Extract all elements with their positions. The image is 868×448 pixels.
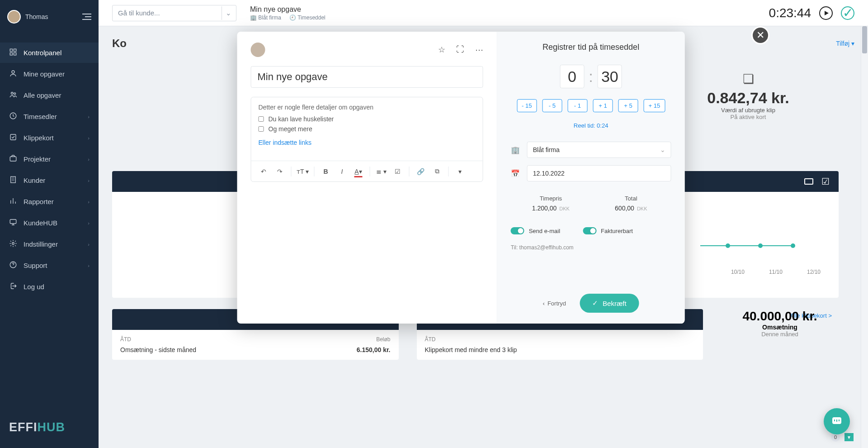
svg-rect-11 — [10, 219, 16, 224]
sidebar-item-kontrolpanel[interactable]: Kontrolpanel — [0, 43, 99, 63]
topbar: Gå til kunde... ⌄ Min nye opgave 🏢 Blåt … — [99, 0, 868, 26]
redo-icon[interactable]: ↷ — [273, 165, 287, 178]
tilfoej-menu[interactable]: Tilføj ▾ — [836, 40, 854, 47]
italic-icon[interactable]: I — [335, 165, 349, 178]
x-tick: 12/10 — [807, 269, 821, 275]
sidebar: Thomas KontrolpanelMine opgaverAlle opga… — [0, 0, 99, 448]
klippekort-row[interactable]: Klippekort med mindre end 3 klip — [425, 346, 695, 353]
scrollbar[interactable] — [861, 26, 868, 448]
text-size-icon[interactable]: ᴛT ▾ — [296, 165, 310, 178]
sidebar-item-projekter[interactable]: Projekter› — [0, 149, 99, 169]
font-color-icon[interactable]: A ▾ — [352, 165, 365, 178]
running-task-header[interactable]: Min nye opgave 🏢 Blåt firma 🕘 Timeseddel — [250, 5, 326, 21]
checklist-item[interactable]: Og meget mere — [259, 125, 476, 133]
sidebar-user[interactable]: Thomas — [7, 10, 48, 24]
cash-small-icon[interactable] — [804, 178, 813, 185]
sidebar-item-label: Rapporter — [24, 198, 54, 205]
checklist-icon[interactable]: ☑ — [391, 165, 405, 178]
cancel-button[interactable]: ‹Fortryd — [543, 300, 566, 307]
sidebar-item-label: Log ud — [24, 283, 44, 291]
company-select[interactable]: Blåt firma ⌄ — [527, 142, 671, 158]
more-toolbar-icon[interactable]: ▾ — [453, 165, 467, 178]
adjust-button[interactable]: - 5 — [542, 99, 562, 112]
main-column: Gå til kunde... ⌄ Min nye opgave 🏢 Blåt … — [99, 0, 868, 448]
task-title-input[interactable] — [251, 66, 483, 88]
check-toggle-icon[interactable]: ☑ — [821, 176, 830, 187]
sidebar-item-label: Indstillinger — [24, 240, 58, 248]
support-chat-button[interactable] — [824, 408, 850, 434]
cash-icon: ❏ — [658, 71, 839, 86]
sidebar-item-label: Mine opgaver — [24, 70, 65, 78]
expand-icon[interactable]: ⛶ — [456, 45, 464, 55]
customer-search-input[interactable]: Gå til kunde... ⌄ — [112, 5, 236, 21]
sidebar-item-label: Kunder — [24, 176, 45, 184]
sidebar-item-support[interactable]: Support› — [0, 255, 99, 276]
undo-icon[interactable]: ↶ — [257, 165, 270, 178]
adjust-button[interactable]: + 1 — [593, 99, 613, 112]
kpi-block: ❏ 0.842,74 kr. Værdi af ubrugte klip På … — [658, 71, 839, 120]
adjust-button[interactable]: - 15 — [517, 99, 537, 112]
sidebar-item-timesedler[interactable]: Timesedler› — [0, 106, 99, 127]
kpi-label-2: På aktive kort — [658, 114, 839, 120]
confirm-button[interactable]: ✓Bekræft — [580, 294, 639, 313]
sidebar-item-alle-opgaver[interactable]: Alle opgaver — [0, 85, 99, 105]
kpi-label-1: Værdi af ubrugte klip — [658, 107, 839, 114]
svg-point-4 — [12, 71, 14, 73]
list-icon[interactable]: ≣ ▾ — [375, 165, 388, 178]
link-icon[interactable]: 🔗 — [414, 165, 428, 178]
brand-logo-b: HUB — [38, 420, 66, 434]
minutes-input[interactable]: 30 — [598, 65, 622, 88]
svg-rect-2 — [10, 53, 12, 55]
complete-button[interactable]: ✓ — [841, 6, 854, 20]
date-input[interactable]: 12.10.2022 — [527, 165, 671, 181]
users-icon — [9, 91, 17, 100]
billable-label: Fakturerbart — [601, 228, 633, 234]
checklist-item[interactable]: Du kan lave huskelister — [259, 115, 476, 123]
modal-right-pane: Registrer tid på timeseddel 0 : 30 - 15-… — [497, 32, 685, 324]
chevron-right-icon: › — [88, 199, 90, 205]
user-icon — [9, 69, 17, 79]
checkbox-icon[interactable] — [259, 116, 264, 122]
sidebar-item-rapporter[interactable]: Rapporter› — [0, 191, 99, 212]
svg-point-6 — [14, 93, 16, 95]
inserted-link[interactable]: Eller indsætte links — [259, 139, 476, 146]
adjust-button[interactable]: + 5 — [618, 99, 638, 112]
price-header-total: Total — [591, 195, 671, 202]
bold-icon[interactable]: B — [319, 165, 333, 178]
app-root: Thomas KontrolpanelMine opgaverAlle opga… — [0, 0, 868, 448]
adjust-button[interactable]: + 15 — [643, 99, 665, 112]
scrollbar-thumb[interactable] — [862, 26, 867, 53]
sidebar-item-mine-opgaver[interactable]: Mine opgaver — [0, 64, 99, 84]
help-icon — [9, 261, 17, 270]
pager-dropdown[interactable]: ▼ — [844, 433, 854, 441]
sidebar-items: KontrolpanelMine opgaverAlle opgaverTime… — [0, 43, 99, 297]
unlink-icon[interactable]: ⧉ — [430, 165, 444, 178]
search-dropdown-icon[interactable]: ⌄ — [222, 6, 235, 20]
more-icon[interactable]: ⋯ — [475, 45, 483, 55]
page-title: Ko — [112, 37, 127, 50]
adjust-button[interactable]: - 1 — [567, 99, 587, 112]
revenue-row[interactable]: Omsætning - sidste måned 6.150,00 kr. — [120, 346, 391, 353]
modal-close-button[interactable]: ✕ — [751, 26, 769, 44]
editor-body[interactable]: Detter er nogle flere detaljer om opgave… — [251, 97, 483, 161]
sidebar-item-kunder[interactable]: Kunder› — [0, 170, 99, 191]
hours-input[interactable]: 0 — [560, 65, 584, 88]
sidebar-item-indstillinger[interactable]: Indstillinger› — [0, 234, 99, 254]
checkbox-icon[interactable] — [259, 126, 264, 132]
svg-rect-9 — [10, 157, 16, 161]
sidebar-item-kundehub[interactable]: KundeHUB› — [0, 213, 99, 233]
send-email-label: Send e-mail — [529, 228, 560, 234]
billable-toggle[interactable] — [583, 227, 596, 234]
menu-toggle-icon[interactable] — [82, 14, 91, 20]
row-label: Omsætning - sidste måned — [120, 346, 327, 353]
sidebar-item-klippekort[interactable]: Klippekort› — [0, 128, 99, 148]
sidebar-item-log-ud[interactable]: Log ud — [0, 276, 99, 297]
brand-logo-a: EFFI — [9, 420, 38, 434]
kpi2-label-2: Denne måned — [721, 331, 839, 338]
brand-logo: EFFIHUB — [0, 407, 99, 448]
col-atd: ÅTD — [425, 336, 650, 343]
send-email-toggle[interactable] — [511, 227, 524, 234]
play-button[interactable] — [819, 6, 833, 20]
user-name: Thomas — [25, 13, 48, 20]
star-icon[interactable]: ☆ — [438, 45, 445, 55]
